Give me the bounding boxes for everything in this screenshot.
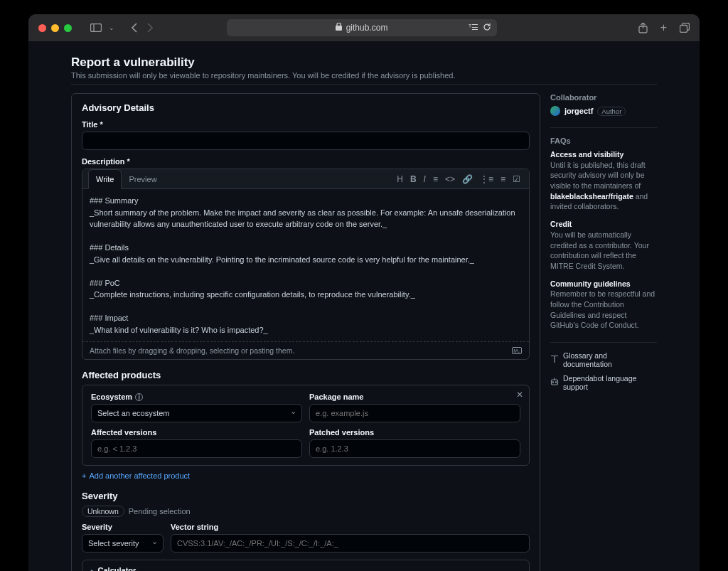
chevron-down-icon[interactable]: ⌄ [109, 24, 114, 31]
close-window-button[interactable] [38, 24, 46, 32]
svg-point-9 [552, 382, 553, 383]
markdown-icon[interactable]: M↓ [512, 347, 522, 354]
lock-icon [336, 23, 342, 33]
new-tab-icon[interactable]: + [660, 21, 667, 34]
url-text: github.com [346, 23, 388, 33]
svg-rect-2 [336, 26, 342, 31]
description-editor: Write Preview H B I ≡ <> 🔗 ⋮≡ [82, 169, 530, 360]
severity-heading: Severity [82, 491, 530, 501]
quote-icon[interactable]: ≡ [433, 174, 438, 184]
tab-write[interactable]: Write [88, 169, 122, 189]
editor-toolbar: H B I ≡ <> 🔗 ⋮≡ ≡ ☑ [394, 170, 523, 188]
description-textarea[interactable]: ### Summary _Short summary of the proble… [82, 189, 529, 341]
package-input[interactable] [309, 404, 520, 422]
calculator-toggle[interactable]: Calculator [82, 560, 530, 571]
address-bar[interactable]: github.com ᵀ☰ [227, 19, 497, 36]
tasklist-icon[interactable]: ☑ [513, 174, 520, 184]
ecosystem-label: Ecosystem [91, 393, 132, 401]
italic-icon[interactable]: I [424, 174, 426, 184]
affected-versions-input[interactable] [91, 439, 302, 458]
package-label: Package name [309, 393, 520, 401]
book-icon [550, 355, 559, 365]
page-content: Report a vulnerability This submission w… [28, 41, 700, 571]
faqs-heading: FAQs [550, 137, 657, 145]
add-product-link[interactable]: + Add another affected product [82, 471, 190, 480]
sidebar: Collaborator jorgectf Author FAQs Access… [550, 93, 657, 571]
svg-point-10 [555, 382, 556, 383]
browser-window: ⌄ github.com ᵀ☰ + [28, 14, 700, 571]
translate-icon[interactable]: ᵀ☰ [469, 23, 478, 33]
affected-products-heading: Affected products [82, 370, 530, 380]
dependabot-link[interactable]: Dependabot language support [550, 374, 657, 391]
page-title: Report a vulnerability [71, 55, 657, 70]
bold-icon[interactable]: B [410, 174, 417, 184]
title-input[interactable] [82, 132, 530, 150]
glossary-link[interactable]: Glossary and documentation [550, 351, 657, 368]
credit-title: Credit [550, 220, 572, 228]
severity-label: Severity [82, 523, 164, 531]
titlebar: ⌄ github.com ᵀ☰ + [28, 14, 700, 41]
advisory-panel: Advisory Details Title * Description * W… [71, 93, 540, 571]
access-title: Access and visibility [550, 150, 623, 159]
link-icon[interactable]: 🔗 [462, 174, 473, 184]
list-ol-icon[interactable]: ≡ [500, 174, 505, 184]
nav-buttons [132, 23, 153, 33]
affected-versions-label: Affected versions [91, 428, 302, 437]
severity-badge: Unknown [82, 506, 124, 517]
share-icon[interactable] [638, 21, 648, 34]
description-label: Description * [82, 157, 530, 166]
tab-preview[interactable]: Preview [122, 170, 164, 188]
advisory-heading: Advisory Details [82, 102, 530, 113]
vector-input[interactable] [171, 534, 530, 553]
severity-select[interactable]: Select severity [82, 534, 164, 553]
patched-versions-label: Patched versions [309, 428, 520, 437]
patched-versions-input[interactable] [309, 439, 520, 458]
window-controls [38, 24, 72, 32]
heading-icon[interactable]: H [397, 174, 403, 184]
title-label: Title * [82, 120, 530, 129]
guidelines-title: Community guidelines [550, 279, 631, 288]
back-button[interactable] [132, 23, 138, 33]
remove-product-button[interactable]: ✕ [516, 390, 523, 400]
ecosystem-select[interactable]: Select an ecosystem [91, 404, 302, 422]
affected-product-box: ✕ Ecosystem i Select an ecos [82, 385, 530, 466]
page-header: Report a vulnerability This submission w… [71, 55, 657, 85]
avatar [550, 106, 560, 116]
severity-pending: Pending selection [129, 507, 191, 516]
page-subtitle: This submission will only be viewable to… [71, 71, 657, 80]
collaborator-heading: Collaborator [550, 93, 657, 102]
plus-icon: + [82, 471, 86, 480]
code-icon[interactable]: <> [445, 174, 455, 184]
minimize-window-button[interactable] [51, 24, 59, 32]
collaborator-row[interactable]: jorgectf Author [550, 106, 657, 116]
svg-rect-4 [680, 26, 687, 33]
sidebar-toggle-icon[interactable] [90, 23, 102, 32]
maximize-window-button[interactable] [64, 24, 72, 32]
divider [550, 342, 657, 343]
attach-hint[interactable]: Attach files by dragging & dropping, sel… [90, 346, 294, 355]
dependabot-icon [550, 378, 559, 388]
list-ul-icon[interactable]: ⋮≡ [480, 174, 493, 184]
svg-rect-0 [91, 24, 102, 32]
info-icon[interactable]: i [135, 393, 143, 401]
vector-label: Vector string [171, 523, 530, 531]
divider [550, 127, 657, 128]
forward-button[interactable] [146, 23, 153, 33]
author-badge: Author [597, 107, 626, 116]
tabs-icon[interactable] [680, 21, 690, 34]
collaborator-name: jorgectf [564, 107, 593, 115]
reload-icon[interactable] [483, 23, 491, 33]
